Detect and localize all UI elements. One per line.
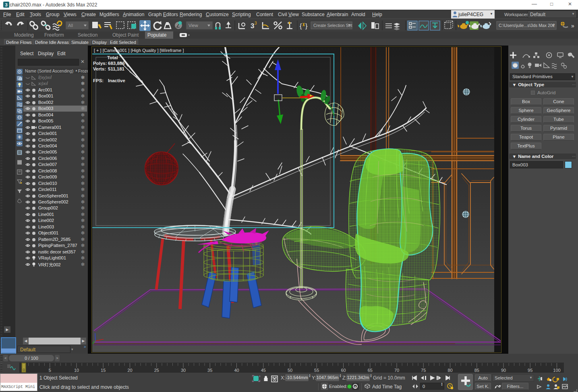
svg-text:80: 80: [447, 368, 452, 373]
svg-text:60: 60: [341, 368, 346, 373]
svg-text:{: {: [300, 23, 302, 29]
svg-text:100: 100: [553, 368, 560, 373]
svg-text:30: 30: [181, 368, 186, 373]
svg-text:25: 25: [154, 368, 159, 373]
svg-text:10: 10: [74, 368, 79, 373]
svg-text:55: 55: [314, 368, 319, 373]
svg-text:90: 90: [501, 368, 506, 373]
svg-text:20: 20: [127, 368, 132, 373]
svg-text:70: 70: [394, 368, 399, 373]
svg-text:5: 5: [49, 368, 51, 373]
svg-text:95: 95: [528, 368, 532, 373]
svg-text:C:\Users\julie...s\3ds Max 202: C:\Users\julie...s\3ds Max 202: [499, 23, 556, 28]
svg-text:View: View: [189, 23, 198, 28]
svg-text:All: All: [68, 23, 73, 28]
svg-text:0: 0: [23, 368, 25, 372]
svg-text:}: }: [305, 23, 308, 29]
svg-text:3: 3: [5, 2, 7, 7]
svg-text:∠: ∠: [176, 23, 180, 28]
svg-text:40: 40: [234, 368, 239, 373]
svg-text:15: 15: [101, 368, 106, 373]
svg-text:3: 3: [251, 22, 254, 30]
svg-text:65: 65: [368, 368, 373, 373]
svg-text:75: 75: [421, 368, 426, 373]
svg-text:50: 50: [288, 368, 292, 373]
svg-text:»: »: [571, 23, 574, 29]
svg-text:Create Selection Set: Create Selection Set: [313, 23, 352, 28]
svg-text:3: 3: [255, 21, 257, 25]
svg-text:85: 85: [474, 368, 479, 373]
svg-text:45: 45: [261, 368, 266, 373]
svg-text:35: 35: [207, 368, 212, 373]
